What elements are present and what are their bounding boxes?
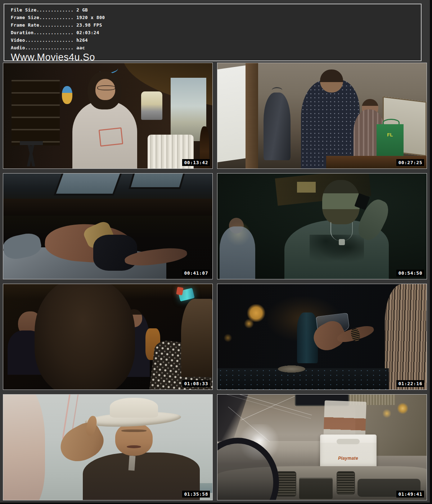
timestamp-badge: 01:35:58 <box>182 491 210 498</box>
screenshot-thumbnail-2: FL 00:27:25 <box>217 63 427 169</box>
dark-wood-ledge <box>3 199 212 216</box>
cowboy-hat-crown <box>110 398 158 418</box>
background-person <box>220 226 255 279</box>
wood-frame <box>246 63 258 168</box>
movie-still-bar-crowd <box>3 284 212 390</box>
timestamp-badge: 01:08:33 <box>182 380 210 387</box>
duration-line: Duration.............. 02:03:24 <box>11 29 421 36</box>
lit-window <box>297 182 316 192</box>
screenshot-thumbnail-3: 00:41:07 <box>3 173 213 279</box>
tote-bag-text: FL <box>377 132 404 138</box>
audio-codec-line: Audio................. aac <box>11 44 421 51</box>
movie-still-cabin-bed <box>3 174 212 279</box>
eyeglasses <box>97 85 115 90</box>
timestamp-badge: 01:22:16 <box>396 380 424 387</box>
cooler-handle <box>337 439 360 444</box>
small-plate <box>278 365 305 373</box>
bokeh-light-2 <box>244 319 254 328</box>
brow-shadow <box>121 429 147 432</box>
foreground-blurred-head <box>35 284 135 390</box>
timestamp-badge: 00:27:25 <box>396 159 424 166</box>
man-head <box>320 69 343 93</box>
timestamp-badge: 00:13:42 <box>182 159 210 166</box>
shirt-zipper <box>128 455 135 471</box>
screenshot-thumbnail-8: Playmate 01:49:41 <box>217 394 427 500</box>
movie-still-bar-glass <box>217 284 427 390</box>
necklace-chain <box>330 222 353 241</box>
sheet-background: File Size............. 2 GB Frame Size..… <box>0 0 430 503</box>
air-vent-2 <box>337 471 355 495</box>
hanging-lamp-2 <box>383 408 391 419</box>
movie-still-phone-call <box>217 174 427 279</box>
screenshot-sheet: { "page": { "file_info": { "lines": [ "F… <box>0 0 432 504</box>
air-vent-1 <box>276 471 296 497</box>
screenshot-thumbnail-7: 01:35:58 <box>3 394 213 500</box>
frame-rate-line: Frame Rate............ 23.98 FPS <box>11 21 421 29</box>
bokeh-light-3 <box>224 334 232 342</box>
long-hair-right <box>181 299 212 377</box>
hanging-wetsuit <box>264 93 291 160</box>
timestamp-badge: 00:41:07 <box>182 270 210 276</box>
glass-shelves <box>12 80 60 145</box>
video-codec-line: Video................. h264 <box>11 36 421 44</box>
movie-still-cowboy-hat <box>3 395 212 500</box>
green-tote-bag <box>377 124 404 156</box>
cabin-window-left <box>217 65 247 162</box>
cooler-brand-text: Playmate <box>320 456 377 461</box>
movie-still-truck-dashboard: Playmate <box>217 395 427 500</box>
file-size-line: File Size............. 2 GB <box>11 6 421 14</box>
timestamp-badge: 00:54:50 <box>396 270 424 276</box>
cabin-window-1 <box>56 174 120 194</box>
hanging-lamp-1 <box>397 402 408 415</box>
frame-size-line: Frame Size............ 1920 x 800 <box>11 14 421 21</box>
man-polka-dot-shirt <box>301 80 360 168</box>
bar-stool <box>20 141 43 166</box>
screenshot-thumbnail-1: 00:13:42 <box>3 63 213 169</box>
timestamp-badge: 01:49:41 <box>396 491 424 498</box>
watermark-text: Www.Movies4u.So <box>11 52 421 63</box>
screenshot-thumbnail-6: 01:22:16 <box>217 284 427 390</box>
bearded-man-head <box>322 180 360 224</box>
screenshot-thumbnail-5: 01:08:33 <box>3 284 213 390</box>
buoy-decoration <box>62 86 72 104</box>
screenshot-grid: 00:13:42 FL 00:27:25 <box>3 63 427 500</box>
movie-still-boat-cabin: FL <box>217 63 427 168</box>
car-radio <box>299 478 333 499</box>
shirt-graphic <box>99 127 123 146</box>
blender <box>141 91 162 120</box>
file-info-panel: File Size............. 2 GB Frame Size..… <box>4 4 422 61</box>
dark-shorts <box>93 235 137 271</box>
windshield-crack-2 <box>241 395 298 420</box>
man-face <box>115 423 153 456</box>
striped-dress-woman <box>385 284 427 390</box>
cabin-window-2 <box>131 174 183 187</box>
necklace-pendant <box>339 239 345 246</box>
screenshot-thumbnail-4: 00:54:50 <box>217 173 427 279</box>
foreground-shoulder-blur <box>3 395 45 500</box>
movie-still-tiki-bar <box>3 63 212 168</box>
